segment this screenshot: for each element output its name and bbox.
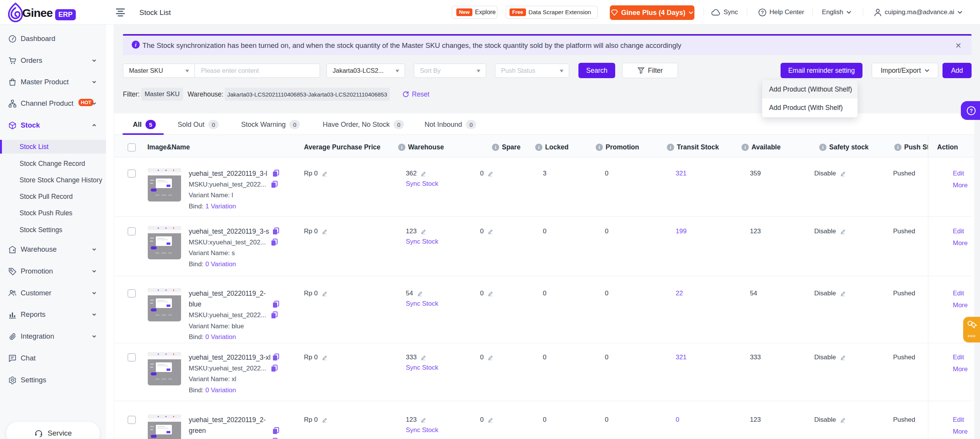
svg-text:?: ? <box>970 108 973 114</box>
svg-text:?: ? <box>761 10 764 15</box>
